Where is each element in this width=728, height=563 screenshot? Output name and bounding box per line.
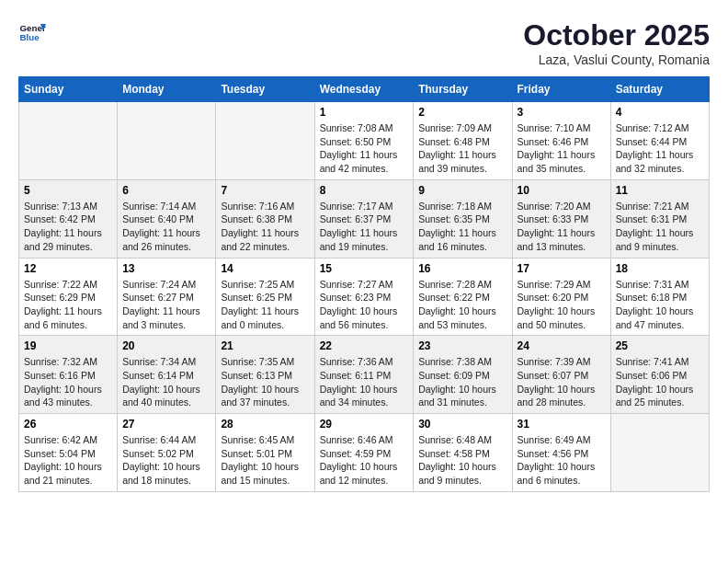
day-info: Sunrise: 6:42 AMSunset: 5:04 PMDaylight:… bbox=[24, 433, 112, 488]
day-info: Sunrise: 7:41 AMSunset: 6:06 PMDaylight:… bbox=[616, 355, 704, 409]
day-number: 9 bbox=[418, 184, 506, 197]
day-number: 28 bbox=[221, 418, 309, 431]
day-info: Sunrise: 7:20 AMSunset: 6:33 PMDaylight:… bbox=[518, 200, 606, 254]
header-tuesday: Tuesday bbox=[216, 77, 314, 102]
day-number: 18 bbox=[616, 262, 704, 275]
calendar-day-cell: 19Sunrise: 7:32 AMSunset: 6:16 PMDayligh… bbox=[19, 336, 118, 414]
calendar-day-cell: 12Sunrise: 7:22 AMSunset: 6:29 PMDayligh… bbox=[19, 258, 118, 336]
day-number: 29 bbox=[320, 418, 409, 431]
day-info: Sunrise: 7:35 AMSunset: 6:13 PMDaylight:… bbox=[221, 355, 309, 409]
day-number: 23 bbox=[418, 339, 506, 352]
calendar-day-cell bbox=[118, 102, 216, 180]
page-header: General Blue October 2025 Laza, Vaslui C… bbox=[18, 18, 710, 67]
day-info: Sunrise: 7:28 AMSunset: 6:22 PMDaylight:… bbox=[418, 278, 506, 332]
day-number: 3 bbox=[518, 106, 606, 119]
day-info: Sunrise: 7:21 AMSunset: 6:31 PMDaylight:… bbox=[616, 200, 704, 254]
day-info: Sunrise: 7:34 AMSunset: 6:14 PMDaylight:… bbox=[122, 355, 210, 409]
day-info: Sunrise: 7:14 AMSunset: 6:40 PMDaylight:… bbox=[122, 200, 210, 254]
calendar-table: Sunday Monday Tuesday Wednesday Thursday… bbox=[18, 76, 710, 492]
day-number: 8 bbox=[320, 184, 409, 197]
day-info: Sunrise: 7:22 AMSunset: 6:29 PMDaylight:… bbox=[24, 278, 112, 332]
day-info: Sunrise: 6:48 AMSunset: 4:58 PMDaylight:… bbox=[418, 433, 506, 488]
weekday-header-row: Sunday Monday Tuesday Wednesday Thursday… bbox=[19, 77, 710, 102]
calendar-day-cell: 8Sunrise: 7:17 AMSunset: 6:37 PMDaylight… bbox=[314, 179, 414, 258]
calendar-day-cell: 17Sunrise: 7:29 AMSunset: 6:20 PMDayligh… bbox=[512, 258, 610, 336]
day-number: 20 bbox=[122, 339, 210, 352]
calendar-week-row: 5Sunrise: 7:13 AMSunset: 6:42 PMDaylight… bbox=[19, 179, 710, 258]
day-number: 25 bbox=[616, 339, 704, 352]
calendar-day-cell: 10Sunrise: 7:20 AMSunset: 6:33 PMDayligh… bbox=[512, 179, 610, 258]
calendar-day-cell: 27Sunrise: 6:44 AMSunset: 5:02 PMDayligh… bbox=[118, 414, 216, 492]
day-number: 30 bbox=[418, 418, 506, 431]
header-thursday: Thursday bbox=[414, 77, 512, 102]
day-info: Sunrise: 7:09 AMSunset: 6:48 PMDaylight:… bbox=[418, 121, 506, 176]
day-number: 6 bbox=[122, 184, 210, 197]
day-number: 2 bbox=[418, 106, 506, 119]
calendar-week-row: 19Sunrise: 7:32 AMSunset: 6:16 PMDayligh… bbox=[19, 336, 710, 414]
day-number: 12 bbox=[24, 262, 112, 275]
day-number: 15 bbox=[320, 262, 409, 275]
calendar-day-cell: 21Sunrise: 7:35 AMSunset: 6:13 PMDayligh… bbox=[216, 336, 314, 414]
calendar-day-cell: 29Sunrise: 6:46 AMSunset: 4:59 PMDayligh… bbox=[314, 414, 414, 492]
day-number: 16 bbox=[418, 262, 506, 275]
day-number: 14 bbox=[221, 262, 309, 275]
day-info: Sunrise: 7:31 AMSunset: 6:18 PMDaylight:… bbox=[616, 278, 704, 332]
day-info: Sunrise: 7:08 AMSunset: 6:50 PMDaylight:… bbox=[320, 121, 409, 176]
calendar-day-cell: 15Sunrise: 7:27 AMSunset: 6:23 PMDayligh… bbox=[314, 258, 414, 336]
day-number: 7 bbox=[221, 184, 309, 197]
calendar-day-cell: 31Sunrise: 6:49 AMSunset: 4:56 PMDayligh… bbox=[512, 414, 610, 492]
day-number: 31 bbox=[518, 418, 606, 431]
calendar-day-cell bbox=[19, 102, 118, 180]
day-info: Sunrise: 6:45 AMSunset: 5:01 PMDaylight:… bbox=[221, 433, 309, 488]
calendar-day-cell: 30Sunrise: 6:48 AMSunset: 4:58 PMDayligh… bbox=[414, 414, 512, 492]
day-info: Sunrise: 7:27 AMSunset: 6:23 PMDaylight:… bbox=[320, 278, 409, 332]
day-number: 17 bbox=[518, 262, 606, 275]
day-number: 1 bbox=[320, 106, 409, 119]
logo-icon: General Blue bbox=[18, 18, 46, 46]
logo: General Blue bbox=[18, 18, 46, 46]
day-number: 24 bbox=[518, 339, 606, 352]
title-block: October 2025 Laza, Vaslui County, Romani… bbox=[523, 18, 710, 67]
day-info: Sunrise: 7:25 AMSunset: 6:25 PMDaylight:… bbox=[221, 278, 309, 332]
calendar-day-cell bbox=[216, 102, 314, 180]
day-number: 10 bbox=[518, 184, 606, 197]
calendar-day-cell: 22Sunrise: 7:36 AMSunset: 6:11 PMDayligh… bbox=[314, 336, 414, 414]
day-number: 11 bbox=[616, 184, 704, 197]
calendar-day-cell: 1Sunrise: 7:08 AMSunset: 6:50 PMDaylight… bbox=[314, 102, 414, 180]
day-info: Sunrise: 7:16 AMSunset: 6:38 PMDaylight:… bbox=[221, 200, 309, 254]
calendar-day-cell: 16Sunrise: 7:28 AMSunset: 6:22 PMDayligh… bbox=[414, 258, 512, 336]
day-info: Sunrise: 7:32 AMSunset: 6:16 PMDaylight:… bbox=[24, 355, 112, 409]
day-info: Sunrise: 6:46 AMSunset: 4:59 PMDaylight:… bbox=[320, 433, 409, 488]
day-info: Sunrise: 7:29 AMSunset: 6:20 PMDaylight:… bbox=[518, 278, 606, 332]
day-number: 19 bbox=[24, 339, 112, 352]
header-wednesday: Wednesday bbox=[314, 77, 414, 102]
calendar-day-cell: 11Sunrise: 7:21 AMSunset: 6:31 PMDayligh… bbox=[610, 179, 709, 258]
day-info: Sunrise: 6:49 AMSunset: 4:56 PMDaylight:… bbox=[518, 433, 606, 488]
day-info: Sunrise: 7:38 AMSunset: 6:09 PMDaylight:… bbox=[418, 355, 506, 409]
day-info: Sunrise: 7:13 AMSunset: 6:42 PMDaylight:… bbox=[24, 200, 112, 254]
header-monday: Monday bbox=[118, 77, 216, 102]
calendar-day-cell: 5Sunrise: 7:13 AMSunset: 6:42 PMDaylight… bbox=[19, 179, 118, 258]
calendar-day-cell: 20Sunrise: 7:34 AMSunset: 6:14 PMDayligh… bbox=[118, 336, 216, 414]
day-info: Sunrise: 7:36 AMSunset: 6:11 PMDaylight:… bbox=[320, 355, 409, 409]
calendar-week-row: 1Sunrise: 7:08 AMSunset: 6:50 PMDaylight… bbox=[19, 102, 710, 180]
day-number: 27 bbox=[122, 418, 210, 431]
calendar-day-cell: 9Sunrise: 7:18 AMSunset: 6:35 PMDaylight… bbox=[414, 179, 512, 258]
calendar-day-cell: 3Sunrise: 7:10 AMSunset: 6:46 PMDaylight… bbox=[512, 102, 610, 180]
header-saturday: Saturday bbox=[610, 77, 709, 102]
svg-text:Blue: Blue bbox=[20, 32, 40, 42]
day-number: 4 bbox=[616, 106, 704, 119]
day-number: 13 bbox=[122, 262, 210, 275]
calendar-day-cell bbox=[610, 414, 709, 492]
day-number: 26 bbox=[24, 418, 112, 431]
header-friday: Friday bbox=[512, 77, 610, 102]
day-info: Sunrise: 7:24 AMSunset: 6:27 PMDaylight:… bbox=[122, 278, 210, 332]
day-info: Sunrise: 7:12 AMSunset: 6:44 PMDaylight:… bbox=[616, 121, 704, 176]
calendar-day-cell: 26Sunrise: 6:42 AMSunset: 5:04 PMDayligh… bbox=[19, 414, 118, 492]
calendar-day-cell: 2Sunrise: 7:09 AMSunset: 6:48 PMDaylight… bbox=[414, 102, 512, 180]
header-sunday: Sunday bbox=[19, 77, 118, 102]
month-title: October 2025 bbox=[523, 18, 710, 52]
calendar-day-cell: 13Sunrise: 7:24 AMSunset: 6:27 PMDayligh… bbox=[118, 258, 216, 336]
calendar-day-cell: 14Sunrise: 7:25 AMSunset: 6:25 PMDayligh… bbox=[216, 258, 314, 336]
day-info: Sunrise: 7:10 AMSunset: 6:46 PMDaylight:… bbox=[518, 121, 606, 176]
